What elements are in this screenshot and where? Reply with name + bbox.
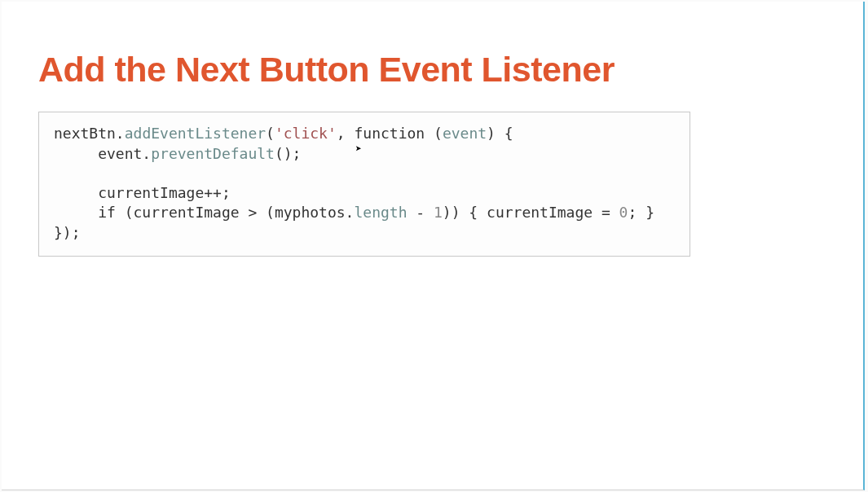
code-text: currentImage++; (98, 184, 231, 201)
code-string: 'click' (275, 125, 337, 142)
code-indent (54, 204, 98, 221)
code-number: 0 (619, 204, 628, 221)
code-number: 1 (434, 204, 443, 221)
code-text: if (currentImage > (myphotos. (98, 204, 354, 221)
code-text: ; } (628, 204, 654, 221)
code-text: ( (425, 125, 443, 142)
code-indent (54, 184, 98, 201)
code-text: )) { currentImage = (443, 204, 619, 221)
cursor-icon: ➤ (355, 142, 362, 156)
code-text: , (337, 125, 355, 142)
code-property: length (354, 204, 407, 221)
code-keyword: function (354, 125, 425, 142)
slide-container: Add the Next Button Event Listener nextB… (2, 2, 865, 490)
code-block: nextBtn.addEventListener('click', functi… (38, 112, 690, 257)
slide-title: Add the Next Button Event Listener (38, 51, 831, 89)
code-method: addEventListener (125, 125, 266, 142)
code-method: preventDefault (151, 145, 275, 162)
code-text: - (408, 204, 434, 221)
code-text: }); (54, 224, 81, 241)
code-text: (); (275, 145, 302, 162)
code-text: event. (98, 145, 151, 162)
code-text: ) { (487, 125, 513, 142)
code-text: nextBtn. (54, 125, 125, 142)
code-text: ( (266, 125, 275, 142)
code-indent (54, 145, 98, 162)
code-param: event (443, 125, 487, 142)
